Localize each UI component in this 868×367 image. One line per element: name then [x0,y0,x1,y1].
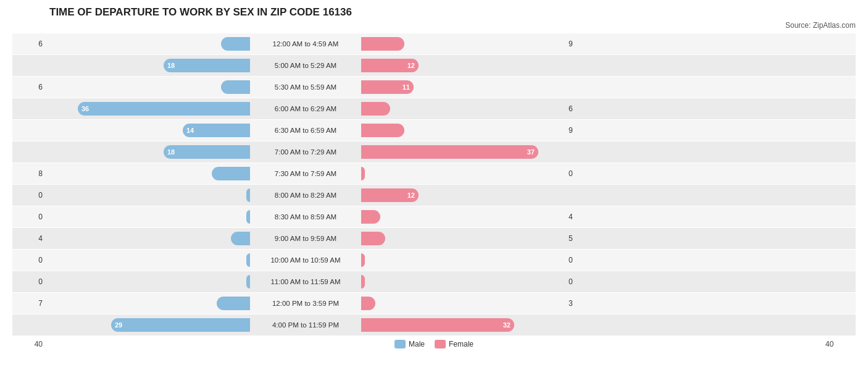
female-bar: 12 [361,188,419,202]
row-wrap: 6 12:00 AM to 4:59 AM 9 [12,33,856,54]
chart-row: 4 9:00 AM to 9:59 AM 5 [12,228,856,249]
male-bar-wrap: 18 [46,59,250,72]
male-value: 0 [12,191,46,200]
male-value: 0 [12,213,46,221]
time-label: 8:00 AM to 8:29 AM [250,192,361,199]
female-value: 4 [565,213,599,221]
female-bar-wrap [361,124,565,137]
female-bar [361,124,404,137]
female-bar [361,37,404,51]
time-label: 11:00 AM to 11:59 AM [250,278,361,285]
time-label: 12:00 AM to 4:59 AM [250,40,361,48]
female-bar-wrap [361,167,565,180]
female-bar [361,210,380,224]
chart-row: 6 5:30 AM to 5:59 AM 11 [12,77,856,98]
male-bar-label: 36 [81,105,89,112]
row-wrap: 6 5:30 AM to 5:59 AM 11 [12,77,856,98]
female-bar [361,297,375,310]
female-bar-wrap [361,253,565,267]
female-value: 9 [565,126,599,135]
male-swatch [394,340,406,348]
male-value: 4 [12,234,46,243]
male-value: 0 [12,256,46,264]
time-label: 12:00 PM to 3:59 PM [250,300,361,307]
female-bar-label: 32 [503,321,511,329]
row-wrap: 0 10:00 AM to 10:59 AM 0 [12,250,856,271]
male-value: 0 [12,277,46,286]
row-wrap: 4 9:00 AM to 9:59 AM 5 [12,228,856,249]
male-bar-label: 29 [115,321,122,329]
male-bar: 29 [111,318,250,332]
row-wrap: 7 12:00 PM to 3:59 PM 3 [12,293,856,314]
male-value: 7 [12,299,46,308]
row-wrap: 0 11:00 AM to 11:59 AM 0 [12,271,856,292]
female-bar [361,253,365,267]
row-wrap: 29 4:00 PM to 11:59 PM 32 [12,314,856,335]
male-bar: 14 [183,124,250,137]
male-bar [212,167,250,180]
row-wrap: 8 7:30 AM to 7:59 AM 0 [12,163,856,184]
time-label: 6:30 AM to 6:59 AM [250,127,361,134]
female-bar-wrap: 12 [361,188,565,202]
female-value: 0 [565,277,599,286]
chart-row: 14 6:30 AM to 6:59 AM 9 [12,120,856,141]
chart-row: 0 10:00 AM to 10:59 AM 0 [12,250,856,271]
chart-row: 29 4:00 PM to 11:59 PM 32 [12,314,856,335]
female-bar [361,275,365,289]
male-bar-wrap [46,37,250,51]
female-bar: 37 [361,145,538,159]
chart-row: 0 8:30 AM to 8:59 AM 4 [12,206,856,227]
male-value: 6 [12,83,46,91]
chart-area: 6 12:00 AM to 4:59 AM 9 18 5:00 AM [12,33,856,348]
male-bar-wrap [46,80,250,94]
male-value: 8 [12,169,46,178]
row-wrap: 36 6:00 AM to 6:29 AM 6 [12,98,856,119]
female-bar-wrap: 32 [361,318,565,332]
female-bar-wrap: 37 [361,145,565,159]
time-label: 5:30 AM to 5:59 AM [250,83,361,91]
male-bar-label: 18 [167,62,175,69]
female-bar-wrap [361,297,565,310]
chart-rows: 6 12:00 AM to 4:59 AM 9 18 5:00 AM [12,33,856,336]
male-bar-wrap: 14 [46,124,250,137]
male-bar-wrap [46,232,250,245]
axis-right-value: 40 [822,340,856,348]
female-bar-label: 12 [407,192,415,199]
female-bar [361,232,385,245]
female-value: 6 [565,104,599,113]
time-label: 7:00 AM to 7:29 AM [250,148,361,156]
female-bar-wrap: 12 [361,59,565,72]
legend-female: Female [435,340,474,348]
female-value: 0 [565,169,599,178]
male-value: 6 [12,40,46,48]
female-value: 5 [565,234,599,243]
male-bar [221,80,250,94]
chart-row: 8 7:30 AM to 7:59 AM 0 [12,163,856,184]
chart-title: TIME OF DEPARTURE TO WORK BY SEX IN ZIP … [12,6,856,19]
axis-left-value: 40 [12,340,46,348]
time-label: 10:00 AM to 10:59 AM [250,256,361,264]
male-bar-wrap [46,210,250,224]
female-bar-wrap [361,37,565,51]
male-bar-wrap [46,297,250,310]
female-label: Female [449,340,474,348]
legend-male: Male [394,340,425,348]
row-wrap: 0 8:00 AM to 8:29 AM 12 [12,185,856,206]
male-bar [231,232,250,245]
female-bar [361,102,390,116]
female-bar: 32 [361,318,514,332]
chart-row: 0 11:00 AM to 11:59 AM 0 [12,271,856,292]
male-bar-wrap [46,275,250,289]
time-label: 6:00 AM to 6:29 AM [250,105,361,112]
time-label: 8:30 AM to 8:59 AM [250,213,361,221]
row-wrap: 14 6:30 AM to 6:59 AM 9 [12,120,856,141]
female-bar-wrap [361,210,565,224]
chart-row: 7 12:00 PM to 3:59 PM 3 [12,293,856,314]
chart-row: 0 8:00 AM to 8:29 AM 12 [12,185,856,206]
female-bar-wrap [361,102,565,116]
male-bar-label: 18 [167,148,175,156]
female-value: 0 [565,256,599,264]
female-bar [361,167,365,180]
male-bar: 36 [78,102,250,116]
time-label: 5:00 AM to 5:29 AM [250,62,361,69]
